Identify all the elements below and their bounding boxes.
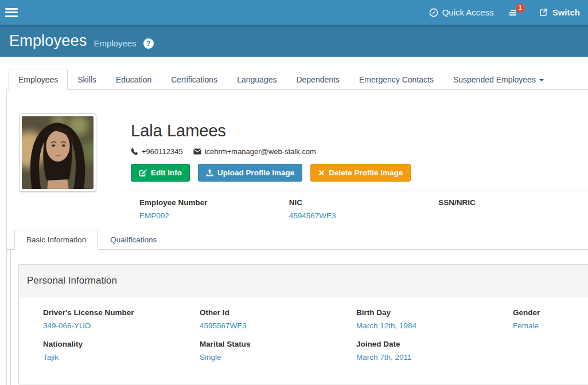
switch-button[interactable]: Switch bbox=[539, 7, 580, 17]
basic-information-content: Personal Information Driver's License Nu… bbox=[10, 250, 588, 385]
switch-label: Switch bbox=[552, 7, 580, 17]
profile-photo-frame bbox=[19, 113, 96, 192]
compass-icon bbox=[429, 8, 438, 17]
x-mark-icon bbox=[318, 170, 325, 176]
caret-down-icon bbox=[539, 79, 544, 81]
edit-pencil-icon bbox=[139, 169, 147, 176]
tab-skills[interactable]: Skills bbox=[68, 69, 106, 90]
employee-summary-row: Employee Number EMP002 NIC 4594567WE3 SS… bbox=[121, 191, 588, 221]
notification-count-badge: 1 bbox=[516, 3, 525, 13]
page-title: Employees bbox=[9, 32, 87, 50]
summary-field-ssn-nric: SSN/NRIC bbox=[438, 198, 588, 221]
hamburger-menu-icon[interactable] bbox=[5, 8, 18, 17]
tab-education[interactable]: Education bbox=[106, 69, 161, 90]
employees-tab-content: Lala Lamees +960112345 bbox=[6, 90, 588, 385]
field-gender: Gender Female bbox=[513, 308, 588, 331]
notifications-button[interactable]: 1 bbox=[509, 8, 524, 17]
personal-information-panel: Personal Information Driver's License Nu… bbox=[18, 264, 588, 384]
tab-certifications[interactable]: Certifications bbox=[161, 69, 227, 90]
employee-phone: +960112345 bbox=[142, 147, 183, 156]
field-joined-date: Joined Date March 7th, 2011 bbox=[356, 340, 513, 362]
summary-field-employee-number: Employee Number EMP002 bbox=[139, 198, 289, 221]
phone-icon bbox=[131, 148, 138, 155]
tab-emergency-contacts[interactable]: Emergency Contacts bbox=[349, 69, 443, 90]
employee-name: Lala Lamees bbox=[131, 121, 411, 140]
tab-basic-information[interactable]: Basic Information bbox=[14, 230, 98, 250]
envelope-icon bbox=[193, 148, 201, 155]
upload-profile-image-button[interactable]: Upload Profile Image bbox=[198, 164, 302, 182]
quick-access-button[interactable]: Quick Access bbox=[429, 7, 494, 17]
summary-field-nic: NIC 4594567WE3 bbox=[289, 198, 439, 221]
employee-email: icehrm+manager@web-stalk.com bbox=[205, 147, 316, 156]
edit-info-button[interactable]: Edit Info bbox=[131, 164, 190, 182]
profile-photo bbox=[22, 116, 94, 189]
tab-suspended-employees[interactable]: Suspended Employees bbox=[443, 69, 554, 90]
field-drivers-license: Driver's License Number 349-066-YUO bbox=[43, 308, 200, 331]
field-nationality: Nationality Tajik bbox=[43, 340, 200, 362]
detail-tab-bar: Basic Information Qualifications bbox=[7, 230, 588, 250]
tab-qualifications[interactable]: Qualifications bbox=[98, 230, 169, 250]
page-header: Employees Employees ? bbox=[0, 25, 588, 57]
top-navbar: Quick Access 1 Switch bbox=[0, 0, 588, 25]
delete-profile-image-button[interactable]: Delete Profile Image bbox=[310, 164, 411, 182]
tab-employees[interactable]: Employees bbox=[9, 69, 68, 90]
external-link-icon bbox=[539, 7, 548, 17]
help-question-circle-icon[interactable]: ? bbox=[143, 38, 154, 49]
upload-icon bbox=[206, 169, 213, 176]
breadcrumb: Employees bbox=[94, 38, 136, 48]
field-other-id: Other Id 4595567WE3 bbox=[200, 308, 356, 331]
personal-information-title: Personal Information bbox=[19, 265, 588, 297]
quick-access-label: Quick Access bbox=[442, 7, 494, 17]
module-tab-bar: Employees Skills Education Certification… bbox=[6, 69, 588, 90]
field-marital-status: Marital Status Single bbox=[200, 340, 356, 362]
tab-dependents[interactable]: Dependents bbox=[286, 69, 349, 90]
field-birth-day: Birth Day March 12th, 1984 bbox=[356, 308, 513, 331]
tab-languages[interactable]: Languages bbox=[227, 69, 286, 90]
